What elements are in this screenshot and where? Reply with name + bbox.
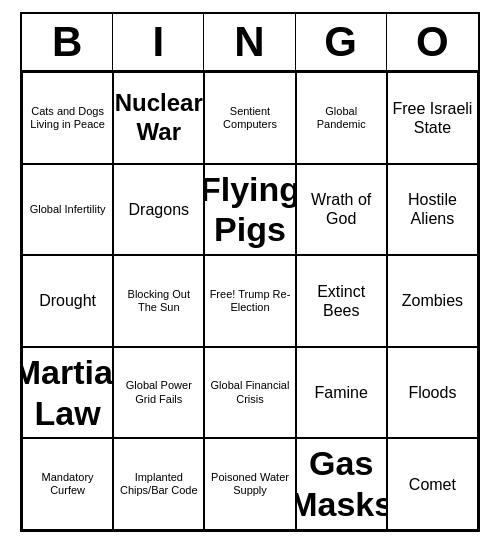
bingo-cell-8: Wrath of God xyxy=(296,164,387,256)
bingo-cell-1: Nuclear War xyxy=(113,72,204,164)
bingo-letter-g: G xyxy=(296,14,387,70)
bingo-cell-0: Cats and Dogs Living in Peace xyxy=(22,72,113,164)
bingo-cell-12: Free! Trump Re-Election xyxy=(204,255,295,347)
bingo-header: BINGO xyxy=(22,14,478,72)
bingo-letter-b: B xyxy=(22,14,113,70)
bingo-cell-11: Blocking Out The Sun xyxy=(113,255,204,347)
bingo-cell-16: Global Power Grid Fails xyxy=(113,347,204,439)
bingo-cell-18: Famine xyxy=(296,347,387,439)
bingo-cell-15: Martial Law xyxy=(22,347,113,439)
bingo-cell-19: Floods xyxy=(387,347,478,439)
bingo-cell-20: Mandatory Curfew xyxy=(22,438,113,530)
bingo-cell-6: Dragons xyxy=(113,164,204,256)
bingo-cell-5: Global Infertility xyxy=(22,164,113,256)
bingo-cell-21: Implanted Chips/Bar Code xyxy=(113,438,204,530)
bingo-cell-2: Sentient Computers xyxy=(204,72,295,164)
bingo-letter-i: I xyxy=(113,14,204,70)
bingo-card: BINGO Cats and Dogs Living in PeaceNucle… xyxy=(20,12,480,532)
bingo-cell-17: Global Financial Crisis xyxy=(204,347,295,439)
bingo-cell-23: Gas Masks xyxy=(296,438,387,530)
bingo-cell-10: Drought xyxy=(22,255,113,347)
bingo-cell-7: Flying Pigs xyxy=(204,164,295,256)
bingo-letter-n: N xyxy=(204,14,295,70)
bingo-cell-24: Comet xyxy=(387,438,478,530)
bingo-cell-13: Extinct Bees xyxy=(296,255,387,347)
bingo-letter-o: O xyxy=(387,14,478,70)
bingo-cell-14: Zombies xyxy=(387,255,478,347)
bingo-cell-9: Hostile Aliens xyxy=(387,164,478,256)
bingo-grid: Cats and Dogs Living in PeaceNuclear War… xyxy=(22,72,478,530)
bingo-cell-3: Global Pandemic xyxy=(296,72,387,164)
bingo-cell-4: Free Israeli State xyxy=(387,72,478,164)
bingo-cell-22: Poisoned Water Supply xyxy=(204,438,295,530)
